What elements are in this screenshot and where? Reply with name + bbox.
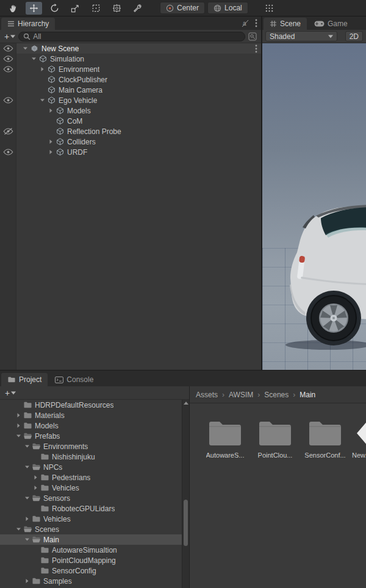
expand-arrow-icon[interactable] xyxy=(32,475,40,480)
project-folder-environments[interactable]: Environments xyxy=(0,441,182,452)
expand-arrow-icon[interactable] xyxy=(15,433,23,439)
hierarchy-item-com[interactable]: CoM xyxy=(0,116,261,126)
visibility-toggle-icon[interactable] xyxy=(0,85,16,95)
rect-tool[interactable] xyxy=(88,2,104,15)
expand-arrow-icon[interactable] xyxy=(32,485,40,491)
tab-scene[interactable]: Scene xyxy=(264,18,307,30)
hierarchy-item-environment[interactable]: Environment xyxy=(0,64,261,74)
kebab-menu-icon[interactable] xyxy=(255,44,257,53)
hierarchy-item-simulation[interactable]: Simulation xyxy=(0,54,261,64)
pivot-toggle-button[interactable]: Center xyxy=(160,2,205,14)
expand-arrow-icon[interactable] xyxy=(15,413,23,418)
expand-arrow-icon[interactable] xyxy=(23,578,31,584)
expand-arrow-icon[interactable] xyxy=(23,495,31,501)
scrollbar-thumb[interactable] xyxy=(184,500,188,546)
expand-arrow-icon[interactable] xyxy=(47,108,55,113)
project-folder-autowaresimualtion[interactable]: AutowareSimualtion xyxy=(0,545,182,555)
folder-icon xyxy=(23,411,33,419)
orientation-toggle-button[interactable]: Local xyxy=(207,2,248,14)
breadcrumb-item-scenes[interactable]: Scenes xyxy=(264,391,289,399)
scale-tool[interactable] xyxy=(67,2,84,15)
project-folder-main[interactable]: Main xyxy=(0,534,182,545)
tab-project[interactable]: Project xyxy=(1,373,48,386)
asset-tile-pointclou-[interactable]: PointClou... xyxy=(251,419,300,459)
hierarchy-item-new-scene[interactable]: New Scene xyxy=(0,43,261,54)
expand-arrow-icon[interactable] xyxy=(38,66,46,72)
hierarchy-item-reflection-probe[interactable]: Reflection Probe xyxy=(0,126,261,136)
project-folder-pedestrians[interactable]: Pedestrians xyxy=(0,472,182,483)
project-tree-pane: + HDRPDefaultResourcesMaterialsModelsPre… xyxy=(0,386,189,588)
toggle-2d-button[interactable]: 2D xyxy=(345,31,363,41)
folder-icon xyxy=(7,376,16,383)
visibility-toggle-icon[interactable] xyxy=(0,136,16,147)
hierarchy-item-models[interactable]: Models xyxy=(0,105,261,116)
asset-tile-sensorconf-[interactable]: SensorConf... xyxy=(301,419,350,459)
project-folder-prefabs[interactable]: Prefabs xyxy=(0,431,182,441)
project-folder-vehicles[interactable]: Vehicles xyxy=(0,483,182,493)
available-tools[interactable] xyxy=(129,2,146,15)
expand-arrow-icon[interactable] xyxy=(23,444,31,449)
tab-game[interactable]: Game xyxy=(308,18,354,30)
project-folder-materials[interactable]: Materials xyxy=(0,410,182,420)
hierarchy-item-main-camera[interactable]: Main Camera xyxy=(0,85,261,95)
create-asset-button[interactable]: + xyxy=(5,389,16,397)
project-folder-hdrpdefaultresources[interactable]: HDRPDefaultResources xyxy=(0,400,182,410)
tab-hierarchy[interactable]: Hierarchy xyxy=(1,18,55,30)
visibility-toggle-icon[interactable] xyxy=(0,74,16,85)
project-folder-vehicles[interactable]: Vehicles xyxy=(0,514,182,524)
expand-arrow-icon[interactable] xyxy=(15,526,23,532)
visibility-toggle-icon[interactable] xyxy=(0,95,16,105)
visibility-toggle-icon[interactable] xyxy=(0,116,16,126)
hierarchy-item-clockpublisher[interactable]: ClockPublisher xyxy=(0,74,261,85)
expand-arrow-icon[interactable] xyxy=(23,464,31,470)
unity-asset-icon xyxy=(351,419,366,447)
asset-tile-autowares-[interactable]: AutowareS... xyxy=(201,419,249,459)
hierarchy-item-ego-vehicle[interactable]: Ego Vehicle xyxy=(0,95,261,105)
project-folder-pointcloudmapping[interactable]: PointCloudMapping xyxy=(0,555,182,565)
expand-arrow-icon[interactable] xyxy=(15,423,23,428)
move-tool[interactable] xyxy=(26,2,42,15)
expand-arrow-icon[interactable] xyxy=(23,516,31,522)
tab-console[interactable]: Console xyxy=(49,373,99,386)
search-by-type-icon[interactable] xyxy=(248,32,257,41)
expand-arrow-icon[interactable] xyxy=(23,537,31,542)
hierarchy-item-urdf[interactable]: URDF xyxy=(0,147,261,157)
project-folder-nishishinjuku[interactable]: Nishishinjuku xyxy=(0,452,182,462)
scene-viewport[interactable] xyxy=(262,43,366,370)
expand-arrow-icon[interactable] xyxy=(30,56,38,62)
project-folder-scenes[interactable]: Scenes xyxy=(0,524,182,534)
create-object-button[interactable]: + xyxy=(4,32,15,41)
grid-snap-button[interactable] xyxy=(261,2,278,15)
expand-arrow-icon[interactable] xyxy=(47,139,55,144)
shading-mode-dropdown[interactable]: Shaded xyxy=(265,31,337,41)
project-folder-samples[interactable]: Samples xyxy=(0,576,182,586)
rotate-tool[interactable] xyxy=(46,2,63,15)
visibility-toggle-icon[interactable] xyxy=(0,147,16,157)
hierarchy-search-input[interactable]: All xyxy=(18,32,245,41)
asset-tile-label: PointClou... xyxy=(258,452,293,459)
scroll-up-icon[interactable] xyxy=(182,400,189,406)
visibility-toggle-icon[interactable] xyxy=(0,54,16,64)
visibility-toggle-icon[interactable] xyxy=(0,105,16,116)
transform-tool[interactable] xyxy=(109,2,125,15)
project-folder-models[interactable]: Models xyxy=(0,420,182,431)
project-folder-npcs[interactable]: NPCs xyxy=(0,462,182,472)
kebab-menu-icon[interactable] xyxy=(255,19,257,27)
asset-tile-new-[interactable]: New... xyxy=(351,419,366,459)
expand-arrow-icon[interactable] xyxy=(38,97,46,103)
visibility-off-icon[interactable] xyxy=(0,126,16,136)
expand-arrow-icon[interactable] xyxy=(47,149,55,155)
project-folder-sensorconfig[interactable]: SensorConfig xyxy=(0,565,182,576)
breadcrumb-item-assets[interactable]: Assets xyxy=(196,391,218,399)
project-folder-robotecgpulidars[interactable]: RobotecGPULidars xyxy=(0,503,182,514)
hand-tool[interactable] xyxy=(5,2,21,15)
breadcrumb-item-awsim[interactable]: AWSIM xyxy=(229,391,253,399)
breadcrumb-item-main[interactable]: Main xyxy=(300,391,315,399)
visibility-toggle-icon[interactable] xyxy=(0,64,16,74)
visibility-toggle-icon[interactable] xyxy=(0,43,16,54)
project-folder-sensors[interactable]: Sensors xyxy=(0,493,182,503)
rename-disabled-icon[interactable]: a xyxy=(241,19,249,27)
project-tree-scrollbar[interactable] xyxy=(182,400,189,588)
expand-arrow-icon[interactable] xyxy=(21,46,29,51)
hierarchy-item-colliders[interactable]: Colliders xyxy=(0,136,261,147)
